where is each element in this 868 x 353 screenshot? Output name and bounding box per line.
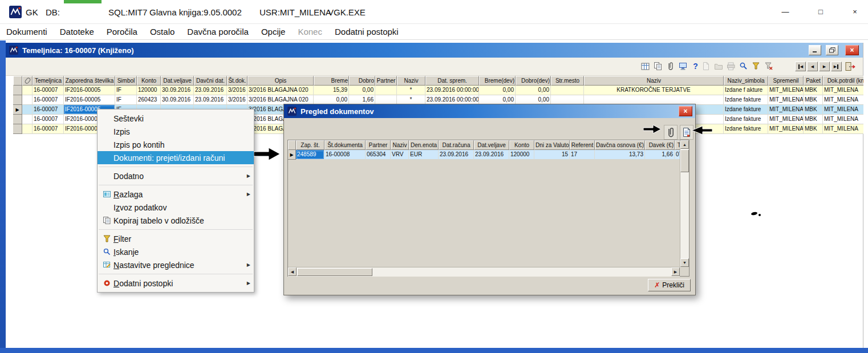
column-header[interactable]: Referent — [570, 140, 595, 150]
paperclip-icon[interactable] — [664, 125, 678, 140]
grid-cell[interactable]: IF2016-00005 — [64, 95, 115, 105]
grid-cell[interactable]: ▶ — [13, 105, 22, 115]
grid-cell[interactable] — [22, 95, 33, 105]
grid-cell[interactable]: KRATKOROČNE TERJATVE — [584, 86, 724, 95]
grid-cell[interactable]: MIT_MILENA — [768, 124, 804, 134]
app-close-button[interactable]: × — [844, 0, 866, 23]
grid-cell[interactable]: 23.09.2016 — [194, 95, 227, 105]
column-header[interactable] — [288, 140, 296, 150]
menu-item-filter[interactable]: Filter — [98, 232, 254, 245]
folder-icon[interactable] — [713, 60, 724, 72]
grid-cell[interactable] — [375, 86, 397, 95]
grid-cell[interactable]: MIT_MILENA — [768, 105, 804, 115]
grid-cell[interactable]: 16-00007 — [33, 105, 64, 115]
grid-cell[interactable] — [13, 124, 22, 134]
grid-cell[interactable] — [22, 105, 33, 115]
scroll-up-icon[interactable]: ▲ — [680, 140, 689, 149]
column-header[interactable]: Partner — [366, 140, 391, 150]
grid-cell[interactable]: 16-00008 — [325, 150, 366, 160]
grid-cell[interactable]: 0,00 — [516, 86, 551, 95]
column-header[interactable]: Konto — [137, 76, 161, 86]
grid-cell[interactable]: VRV — [391, 150, 409, 160]
grid-cell[interactable]: MBK — [804, 95, 823, 105]
dialog-close-button[interactable]: × — [679, 106, 692, 116]
column-header[interactable]: Dat.veljave — [474, 140, 509, 150]
new-document-icon[interactable] — [700, 60, 711, 72]
grid-cell[interactable]: 23.09.2016 — [439, 150, 474, 160]
filter-icon[interactable] — [751, 60, 761, 72]
menu-item-kopiraj-tabelo[interactable]: Kopiraj tabelo v odložišče — [98, 214, 254, 227]
grid-cell[interactable]: 0,00 — [349, 86, 375, 95]
grid-cell[interactable]: ▶ — [288, 150, 296, 160]
menu-item-dokumenti-prejeti-izdani-racuni[interactable]: Dokumenti: prejeti/izdani računi — [98, 151, 254, 164]
menu-davcna-porocila[interactable]: Davčna poročila — [181, 24, 255, 39]
grid-cell[interactable]: Izdane fakture — [724, 95, 768, 105]
print-icon[interactable] — [725, 60, 736, 72]
column-header[interactable] — [13, 76, 22, 86]
grid-cell[interactable]: 30.09.2016 — [161, 95, 194, 105]
column-header[interactable]: Davčna osnova (€) — [595, 140, 645, 150]
search-icon[interactable] — [738, 60, 749, 72]
cancel-button[interactable]: ✗ Prekliči — [648, 279, 691, 291]
grid-cell[interactable]: 120000 — [509, 150, 534, 160]
grid-cell[interactable]: IF — [115, 95, 137, 105]
column-header[interactable]: Davek (€) — [645, 140, 675, 150]
temeljnica-titlebar[interactable]: Temeljnica: 16-00007 (Knjiženo) × — [6, 43, 863, 58]
grid-cell[interactable]: 16-00007 — [33, 95, 64, 105]
grid-cell[interactable]: 1,66 — [645, 150, 675, 160]
grid-cell[interactable]: MIT_MILENA — [768, 95, 804, 105]
copy-icon[interactable] — [652, 60, 663, 72]
grid-cell[interactable] — [22, 86, 33, 95]
column-header[interactable]: Str.mesto — [551, 76, 584, 86]
grid-cell[interactable]: 13,73 — [595, 150, 645, 160]
menu-ostalo[interactable]: Ostalo — [144, 24, 181, 39]
column-header[interactable]: Naziv_simbola — [724, 76, 768, 86]
column-header[interactable]: Konto — [509, 140, 534, 150]
column-header[interactable]: Partner — [375, 76, 397, 86]
scroll-right-icon[interactable]: ▶ — [671, 267, 680, 276]
grid-cell[interactable]: MBK — [804, 105, 823, 115]
column-header[interactable]: Simbol — [115, 76, 137, 86]
grid-cell[interactable]: 065304 — [366, 150, 391, 160]
vertical-scrollbar[interactable]: ▲ ▼ — [680, 140, 689, 267]
column-header[interactable]: Spremenil — [768, 76, 804, 86]
grid-cell[interactable]: MIT_MILENA — [823, 115, 863, 124]
nav-last-icon[interactable]: ▶ — [831, 62, 842, 71]
column-header[interactable]: Zaporedna številka — [64, 76, 115, 86]
app-titlebar[interactable]: GK DB: SQL:MIT7 Glavna knjiga:9.05.0002 … — [0, 0, 868, 24]
column-header[interactable] — [22, 76, 33, 86]
attachment-icon[interactable] — [665, 60, 676, 72]
grid-cell[interactable]: 15 — [534, 150, 570, 160]
column-header[interactable]: Dobro — [349, 76, 375, 86]
column-header[interactable]: Št.dok. — [227, 76, 248, 86]
column-header[interactable]: Zap. št. — [296, 140, 325, 150]
menu-item-sestevki[interactable]: Seštevki — [98, 112, 254, 125]
horizontal-scrollbar[interactable]: ◀ ▶ — [288, 267, 680, 277]
column-header[interactable]: Naziv — [584, 76, 724, 86]
menu-item-nastavitve-preglednice[interactable]: Nastavitve preglednice▶ — [98, 258, 254, 271]
column-header[interactable]: Temeljnica — [33, 76, 64, 86]
table-icon[interactable] — [640, 60, 651, 72]
grid-cell[interactable]: EUR — [409, 150, 439, 160]
column-header[interactable]: Št.dokumenta — [325, 140, 366, 150]
grid-cell[interactable]: MIT_MILENA — [768, 115, 804, 124]
grid-cell[interactable] — [22, 115, 33, 124]
grid-cell[interactable]: * — [397, 86, 425, 95]
grid-cell[interactable]: MIT_MILENA — [768, 86, 804, 95]
dialog-titlebar[interactable]: Pregled dokumentov × — [284, 104, 695, 118]
grid-cell[interactable]: MBK — [804, 124, 823, 134]
grid-cell[interactable]: Izdane fakture — [724, 124, 768, 134]
grid-cell[interactable]: MBK — [804, 86, 823, 95]
menu-datoteke[interactable]: Datoteke — [54, 24, 100, 39]
grid-cell[interactable]: 3/2016 — [227, 86, 248, 95]
menu-dokumenti[interactable]: Dokumenti — [0, 24, 54, 39]
nav-prev-icon[interactable]: ◀ — [807, 62, 818, 71]
column-header[interactable]: Dat. sprem. — [425, 76, 479, 86]
grid-cell[interactable]: 23.09.2016 — [194, 86, 227, 95]
grid-cell[interactable]: 0,00 — [479, 86, 516, 95]
menu-konec[interactable]: Konec — [291, 24, 328, 39]
grid-cell[interactable]: 30.09.2016 — [161, 86, 194, 95]
grid-cell[interactable]: MIT_MILENA — [823, 105, 863, 115]
scroll-down-icon[interactable]: ▼ — [680, 258, 689, 267]
menu-opcije[interactable]: Opcije — [255, 24, 292, 39]
